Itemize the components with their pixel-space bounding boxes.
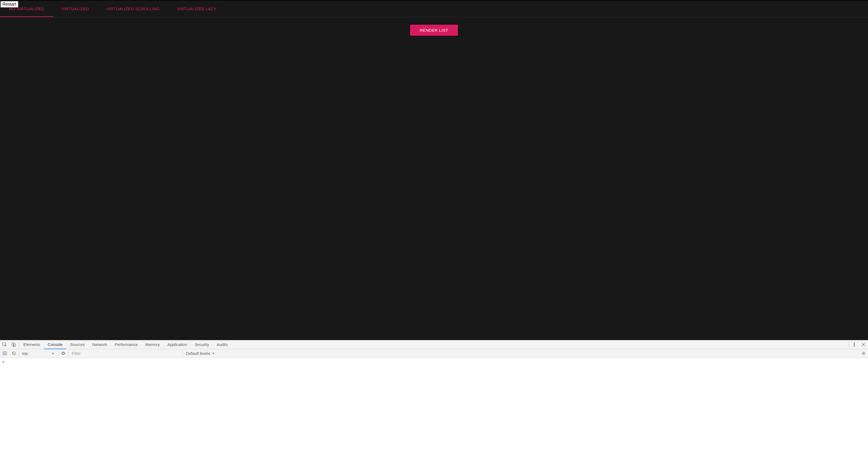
svg-point-9 bbox=[863, 353, 864, 354]
divider bbox=[19, 342, 19, 347]
dt-tab-label: Network bbox=[92, 342, 107, 347]
dt-tab-label: Application bbox=[167, 342, 187, 347]
app-content: RENDER LIST bbox=[0, 17, 868, 340]
dt-tab-label: Security bbox=[194, 342, 209, 347]
devtools-tab-console[interactable]: Console bbox=[44, 340, 66, 349]
devtools-tab-sources[interactable]: Sources bbox=[66, 340, 89, 349]
tab-virtualized-lazy[interactable]: VIRTUALIZED LAZY bbox=[168, 1, 225, 17]
restart-button[interactable]: Restart bbox=[1, 1, 18, 7]
svg-rect-1 bbox=[12, 343, 14, 346]
console-sidebar-toggle-icon[interactable] bbox=[0, 349, 9, 358]
svg-point-8 bbox=[62, 353, 64, 355]
log-levels-select[interactable]: Default levels ▼ bbox=[183, 349, 218, 358]
inspect-element-icon[interactable] bbox=[0, 340, 9, 349]
execution-context-select[interactable]: top ▼ bbox=[20, 349, 57, 358]
tab-virtualized[interactable]: VIRTUALIZED bbox=[53, 1, 98, 17]
devtools-tab-network[interactable]: Network bbox=[89, 340, 111, 349]
caret-down-icon: ▼ bbox=[212, 352, 215, 355]
svg-point-3 bbox=[854, 343, 855, 343]
svg-point-4 bbox=[854, 344, 855, 345]
dt-tab-label: Sources bbox=[70, 342, 85, 347]
devtools-tab-application[interactable]: Application bbox=[164, 340, 191, 349]
dt-tab-label: Performance bbox=[115, 342, 138, 347]
tab-virtualized-scrolling[interactable]: VIRTUALIZED SCROLLING bbox=[98, 1, 168, 17]
console-prompt: > bbox=[2, 360, 4, 364]
context-label: top bbox=[22, 351, 28, 356]
clear-console-icon[interactable] bbox=[9, 349, 18, 358]
render-list-button[interactable]: RENDER LIST bbox=[410, 25, 458, 36]
live-expression-icon[interactable] bbox=[59, 349, 68, 358]
devtools-tab-elements[interactable]: Elements bbox=[20, 340, 44, 349]
levels-label: Default levels bbox=[186, 351, 210, 356]
console-filter-input[interactable] bbox=[69, 349, 182, 358]
devtools-panel: Elements Console Sources Network Perform… bbox=[0, 340, 868, 462]
console-toolbar: top ▼ Default levels ▼ bbox=[0, 349, 868, 358]
devtools-tab-performance[interactable]: Performance bbox=[111, 340, 142, 349]
dt-tab-label: Console bbox=[48, 342, 63, 347]
svg-point-5 bbox=[854, 346, 855, 346]
console-output[interactable]: > bbox=[0, 358, 868, 462]
app-area: Restart NO VIRTUALIZED VIRTUALIZED VIRTU… bbox=[0, 0, 868, 340]
console-settings-icon[interactable] bbox=[859, 349, 868, 358]
tab-label: VIRTUALIZED LAZY bbox=[177, 6, 216, 11]
device-toggle-icon[interactable] bbox=[9, 340, 18, 349]
tab-label: VIRTUALIZED SCROLLING bbox=[106, 6, 160, 11]
divider bbox=[849, 342, 849, 347]
divider bbox=[19, 351, 19, 356]
tab-label: VIRTUALIZED bbox=[62, 6, 89, 11]
divider bbox=[58, 351, 58, 356]
devtools-tab-audits[interactable]: Audits bbox=[213, 340, 231, 349]
devtools-tab-bar: Elements Console Sources Network Perform… bbox=[0, 340, 868, 349]
console-toolbar-right bbox=[859, 349, 868, 358]
dt-tab-label: Memory bbox=[145, 342, 160, 347]
kebab-menu-icon[interactable] bbox=[850, 340, 859, 349]
devtools-right-controls bbox=[848, 340, 868, 349]
close-devtools-icon[interactable] bbox=[859, 340, 868, 349]
dt-tab-label: Audits bbox=[217, 342, 228, 347]
dt-tab-label: Elements bbox=[23, 342, 40, 347]
caret-down-icon: ▼ bbox=[51, 352, 55, 355]
app-tab-bar: NO VIRTUALIZED VIRTUALIZED VIRTUALIZED S… bbox=[0, 1, 868, 17]
devtools-tab-security[interactable]: Security bbox=[191, 340, 213, 349]
devtools-tab-memory[interactable]: Memory bbox=[142, 340, 164, 349]
